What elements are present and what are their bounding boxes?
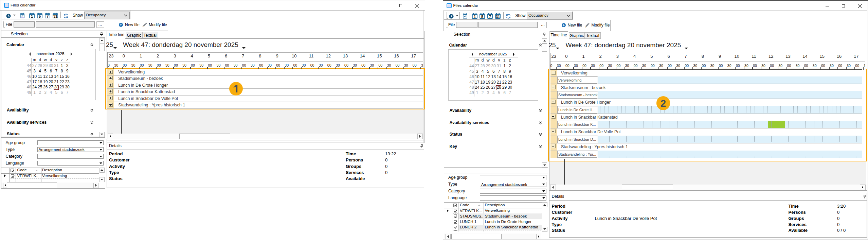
svg-text:31: 31 (53, 14, 57, 18)
svg-text:31: 31 (496, 15, 500, 19)
svg-text:7: 7 (47, 14, 49, 18)
svg-text:7: 7 (489, 15, 491, 19)
svg-text:5: 5 (481, 15, 483, 19)
svg-text:5: 5 (39, 14, 41, 18)
svg-text:1: 1 (31, 14, 33, 18)
svg-text:1: 1 (473, 15, 475, 19)
